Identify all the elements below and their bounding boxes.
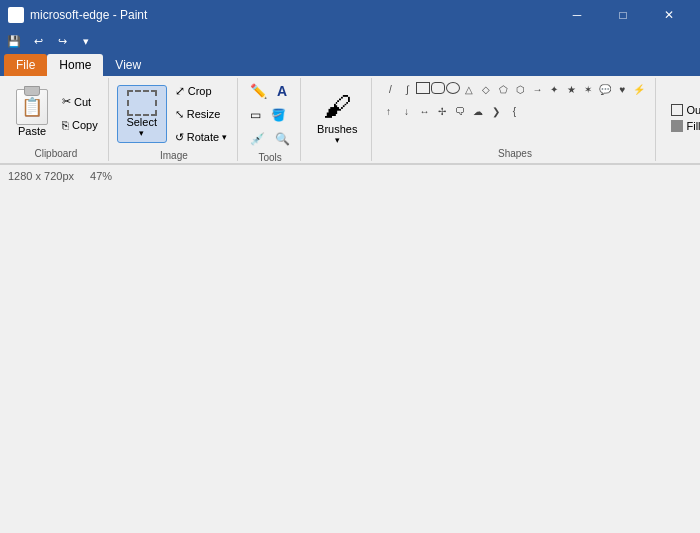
- copy-label: Copy: [72, 119, 98, 131]
- shape-arrow-down[interactable]: ↓: [398, 104, 414, 118]
- text-button[interactable]: A: [273, 80, 291, 102]
- fill-button[interactable]: 🪣: [267, 104, 290, 126]
- cut-label: Cut: [74, 96, 91, 108]
- tools-row2: ▭ 🪣: [246, 104, 294, 126]
- shape-callout[interactable]: 💬: [597, 82, 613, 96]
- shape-rect[interactable]: [416, 82, 430, 94]
- paste-button[interactable]: 📋 Paste: [10, 87, 54, 139]
- outline-button[interactable]: Outline ▾: [668, 103, 700, 117]
- tab-home[interactable]: Home: [47, 54, 103, 76]
- shape-pentagon[interactable]: ⬠: [495, 82, 511, 96]
- tools-label: Tools: [258, 152, 281, 163]
- shape-triangle[interactable]: △: [461, 82, 477, 96]
- shape-star4[interactable]: ✦: [546, 82, 562, 96]
- image-small-buttons: ⤢ Crop ⤡ Resize ↺ Rotate ▾: [171, 80, 231, 148]
- shape-bezier[interactable]: ∫: [399, 82, 415, 96]
- fill-label: Fill: [686, 120, 700, 132]
- brushes-content: 🖌 Brushes ▾: [309, 80, 365, 155]
- outline-fill-content: Outline ▾ Fill ▾: [664, 80, 700, 155]
- crop-icon: ⤢: [175, 84, 185, 98]
- status-zoom: 47%: [90, 170, 112, 182]
- save-quick-button[interactable]: 💾: [4, 31, 24, 51]
- outline-label: Outline: [686, 104, 700, 116]
- tools-group: ✏️ A ▭ 🪣 💉 🔍 Tools: [240, 78, 301, 161]
- magnifier-button[interactable]: 🔍: [271, 128, 294, 150]
- maximize-button[interactable]: □: [600, 0, 646, 30]
- quick-access-toolbar: 💾 ↩ ↪ ▾: [0, 30, 700, 52]
- outline-fill-group: Outline ▾ Fill ▾: [658, 78, 700, 161]
- redo-quick-button[interactable]: ↪: [52, 31, 72, 51]
- shape-chevron[interactable]: ❯: [488, 104, 504, 118]
- tools-buttons: ✏️ A ▭ 🪣 💉 🔍: [246, 80, 294, 150]
- clipboard-small-buttons: ✂ Cut ⎘ Copy: [58, 91, 102, 136]
- brushes-icon: 🖌: [323, 90, 351, 123]
- paste-label: Paste: [18, 125, 46, 137]
- shape-brace[interactable]: {: [506, 104, 522, 118]
- shapes-group: / ∫ △ ◇ ⬠ ⬡ → ✦ ★ ✶ 💬 ♥ ⚡ ↑ ↓ ↔: [374, 78, 656, 161]
- shape-heart[interactable]: ♥: [614, 82, 630, 96]
- select-dropdown-arrow[interactable]: ▾: [139, 128, 144, 138]
- resize-button[interactable]: ⤡ Resize: [171, 103, 231, 125]
- status-dimensions: 1280 x 720px: [8, 170, 74, 182]
- shape-arrow-right[interactable]: →: [529, 82, 545, 96]
- shape-cloud[interactable]: ☁: [470, 104, 486, 118]
- shape-rhombus[interactable]: ◇: [478, 82, 494, 96]
- minimize-button[interactable]: ─: [554, 0, 600, 30]
- shape-star6[interactable]: ✶: [580, 82, 596, 96]
- select-label: Select: [126, 116, 157, 128]
- rotate-button[interactable]: ↺ Rotate ▾: [171, 126, 231, 148]
- cut-icon: ✂: [62, 95, 71, 108]
- shapes-second-row: ↑ ↓ ↔ ✢ 🗨 ☁ ❯ {: [380, 104, 522, 118]
- shape-ellipse[interactable]: [446, 82, 460, 94]
- rotate-arrow: ▾: [222, 132, 227, 142]
- title-bar: microsoft-edge - Paint ─ □ ✕: [0, 0, 700, 30]
- shape-four-arrow[interactable]: ✢: [434, 104, 450, 118]
- brushes-arrow: ▾: [335, 135, 340, 145]
- brushes-button[interactable]: 🖌 Brushes ▾: [309, 86, 365, 149]
- close-button[interactable]: ✕: [646, 0, 692, 30]
- image-label: Image: [160, 150, 188, 161]
- outline-fill-buttons: Outline ▾ Fill ▾: [664, 101, 700, 135]
- fill-button[interactable]: Fill ▾: [668, 119, 700, 133]
- select-icon: [127, 90, 157, 116]
- eraser-button[interactable]: ▭: [246, 104, 265, 126]
- shape-lightning[interactable]: ⚡: [631, 82, 647, 96]
- undo-quick-button[interactable]: ↩: [28, 31, 48, 51]
- resize-icon: ⤡: [175, 108, 184, 121]
- image-content: Select ▾ ⤢ Crop ⤡ Resize ↺ Rotate ▾: [117, 80, 231, 148]
- shapes-label: Shapes: [498, 148, 532, 159]
- rotate-icon: ↺: [175, 131, 184, 144]
- paste-icon: 📋: [16, 89, 48, 125]
- copy-icon: ⎘: [62, 119, 69, 131]
- ribbon-tabs: File Home View: [0, 52, 700, 76]
- shapes-row: / ∫ △ ◇ ⬠ ⬡ → ✦ ★ ✶ 💬 ♥ ⚡: [380, 80, 649, 98]
- shape-arrow-left-right[interactable]: ↔: [416, 104, 432, 118]
- app-icon: [8, 7, 24, 23]
- pencil-button[interactable]: ✏️: [246, 80, 271, 102]
- crop-label: Crop: [188, 85, 212, 97]
- window-title: microsoft-edge - Paint: [30, 8, 554, 22]
- shape-roundrect[interactable]: [431, 82, 445, 94]
- shape-line[interactable]: /: [382, 82, 398, 96]
- shape-star5[interactable]: ★: [563, 82, 579, 96]
- tab-file[interactable]: File: [4, 54, 47, 76]
- shape-callout2[interactable]: 🗨: [452, 104, 468, 118]
- window-controls: ─ □ ✕: [554, 0, 692, 30]
- tools-row1: ✏️ A: [246, 80, 294, 102]
- cut-button[interactable]: ✂ Cut: [58, 91, 102, 113]
- select-button[interactable]: Select ▾: [117, 85, 167, 143]
- copy-button[interactable]: ⎘ Copy: [58, 114, 102, 136]
- fill-icon: [671, 120, 683, 132]
- tab-view[interactable]: View: [103, 54, 153, 76]
- shapes-content: / ∫ △ ◇ ⬠ ⬡ → ✦ ★ ✶ 💬 ♥ ⚡ ↑ ↓ ↔: [380, 80, 649, 146]
- color-picker-button[interactable]: 💉: [246, 128, 269, 150]
- outline-icon: [671, 104, 683, 116]
- crop-button[interactable]: ⤢ Crop: [171, 80, 231, 102]
- tools-content: ✏️ A ▭ 🪣 💉 🔍: [246, 80, 294, 150]
- ribbon: 📋 Paste ✂ Cut ⎘ Copy Clipboard Select: [0, 76, 700, 164]
- clipboard-label: Clipboard: [34, 148, 77, 159]
- brushes-label: Brushes: [317, 123, 357, 135]
- qat-customize-button[interactable]: ▾: [76, 31, 96, 51]
- shape-hexagon[interactable]: ⬡: [512, 82, 528, 96]
- shape-arrow-up[interactable]: ↑: [380, 104, 396, 118]
